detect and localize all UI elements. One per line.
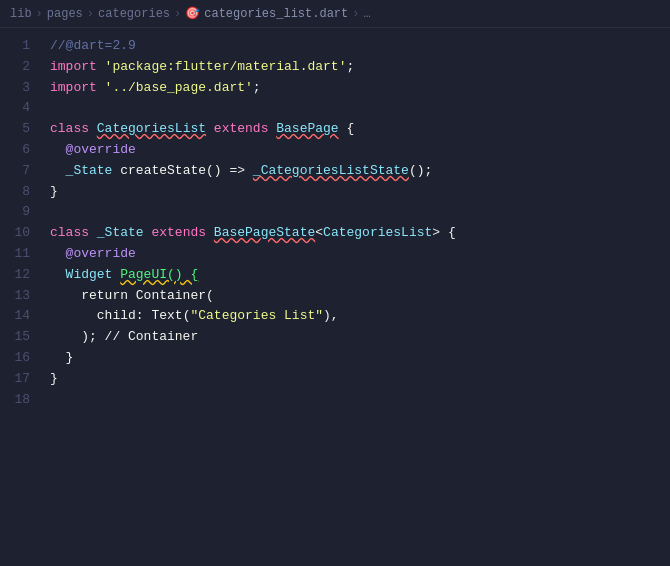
line-number: 13 (8, 286, 30, 307)
code-editor: 123456789101112131415161718 //@dart=2.9i… (0, 28, 670, 564)
code-token: return Container( (50, 286, 214, 307)
line-number: 4 (8, 98, 30, 119)
breadcrumb-lib[interactable]: lib (10, 7, 32, 21)
code-token: '../base_page.dart' (105, 78, 253, 99)
code-token: } (50, 369, 58, 390)
code-token: class (50, 223, 97, 244)
line-number: 18 (8, 390, 30, 411)
code-token: @override (50, 244, 136, 265)
code-token: _State (97, 223, 144, 244)
separator-4: › (352, 7, 359, 21)
code-token: { (339, 119, 355, 140)
breadcrumb-pages[interactable]: pages (47, 7, 83, 21)
code-token: CategoriesList (323, 223, 432, 244)
code-token: ; (346, 57, 354, 78)
line-number: 1 (8, 36, 30, 57)
code-line: @override (42, 140, 670, 161)
code-line: @override (42, 244, 670, 265)
line-number: 12 (8, 265, 30, 286)
code-token: child: (50, 306, 151, 327)
line-number: 16 (8, 348, 30, 369)
code-token: _State (50, 161, 112, 182)
separator-3: › (174, 7, 181, 21)
code-line: child: Text("Categories List"), (42, 306, 670, 327)
code-token: BasePageState (214, 223, 315, 244)
line-number: 14 (8, 306, 30, 327)
code-token: @override (50, 140, 136, 161)
code-token: Widget (50, 265, 120, 286)
code-line (42, 202, 670, 223)
code-token: ); // Container (50, 327, 198, 348)
line-number: 7 (8, 161, 30, 182)
code-line: return Container( (42, 286, 670, 307)
code-line (42, 98, 670, 119)
separator-1: › (36, 7, 43, 21)
code-token: CategoriesList (97, 119, 206, 140)
code-line: class CategoriesList extends BasePage { (42, 119, 670, 140)
code-line: class _State extends BasePageState<Categ… (42, 223, 670, 244)
line-numbers: 123456789101112131415161718 (0, 28, 42, 564)
line-number: 8 (8, 182, 30, 203)
code-token: import (50, 57, 105, 78)
code-line: } (42, 369, 670, 390)
line-number: 2 (8, 57, 30, 78)
code-line: } (42, 348, 670, 369)
code-token: ), (323, 306, 339, 327)
line-number: 11 (8, 244, 30, 265)
code-token: //@dart=2.9 (50, 36, 136, 57)
code-content[interactable]: //@dart=2.9import 'package:flutter/mater… (42, 28, 670, 564)
line-number: 6 (8, 140, 30, 161)
code-line: } (42, 182, 670, 203)
code-line: Widget PageUI() { (42, 265, 670, 286)
code-line: ); // Container (42, 327, 670, 348)
line-number: 15 (8, 327, 30, 348)
line-number: 3 (8, 78, 30, 99)
breadcrumb-bar: lib › pages › categories › 🎯 categories_… (0, 0, 670, 28)
code-token: (); (409, 161, 432, 182)
code-token: _CategoriesListState (253, 161, 409, 182)
code-line: import '../base_page.dart'; (42, 78, 670, 99)
code-token: } (50, 348, 73, 369)
breadcrumb-file[interactable]: categories_list.dart (204, 7, 348, 21)
code-token: extends (206, 119, 276, 140)
code-token: "Categories List" (190, 306, 323, 327)
line-number: 9 (8, 202, 30, 223)
code-token: import (50, 78, 105, 99)
code-line: _State createState() => _CategoriesListS… (42, 161, 670, 182)
code-token: BasePage (276, 119, 338, 140)
code-token: } (50, 182, 58, 203)
code-token: ; (253, 78, 261, 99)
breadcrumb-ellipsis: … (363, 7, 370, 21)
code-token: > { (432, 223, 455, 244)
code-token: PageUI() { (120, 265, 198, 286)
code-token: class (50, 119, 97, 140)
code-line: import 'package:flutter/material.dart'; (42, 57, 670, 78)
breadcrumb-categories[interactable]: categories (98, 7, 170, 21)
code-token: createState() => (112, 161, 252, 182)
separator-2: › (87, 7, 94, 21)
file-icon: 🎯 (185, 6, 200, 21)
code-token: Text( (151, 306, 190, 327)
code-line: //@dart=2.9 (42, 36, 670, 57)
line-number: 5 (8, 119, 30, 140)
code-token: < (315, 223, 323, 244)
line-number: 10 (8, 223, 30, 244)
code-token: extends (144, 223, 214, 244)
code-line (42, 390, 670, 411)
line-number: 17 (8, 369, 30, 390)
code-token: 'package:flutter/material.dart' (105, 57, 347, 78)
